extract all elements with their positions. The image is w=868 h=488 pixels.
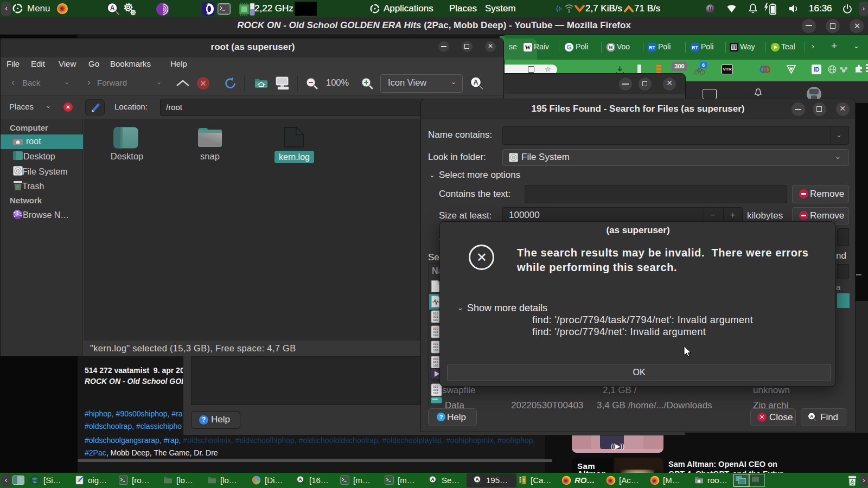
svg-text:100: 100 [433,364,438,368]
svg-text:100: 100 [433,318,438,322]
svg-text:RT: RT [649,45,655,50]
svg-text:A: A [110,4,115,12]
svg-text:100: 100 [433,391,438,395]
svg-text:A: A [475,477,478,482]
svg-text:W: W [608,45,614,50]
svg-text:A: A [473,79,478,86]
svg-text:G: G [567,44,572,50]
svg-text:RT: RT [692,45,698,50]
svg-text:W: W [525,44,531,50]
svg-text:100: 100 [433,349,438,352]
svg-text:100: 100 [433,333,438,337]
svg-text:A: A [298,477,302,482]
svg-text:A: A [810,414,813,419]
svg-text:A: A [431,477,434,482]
